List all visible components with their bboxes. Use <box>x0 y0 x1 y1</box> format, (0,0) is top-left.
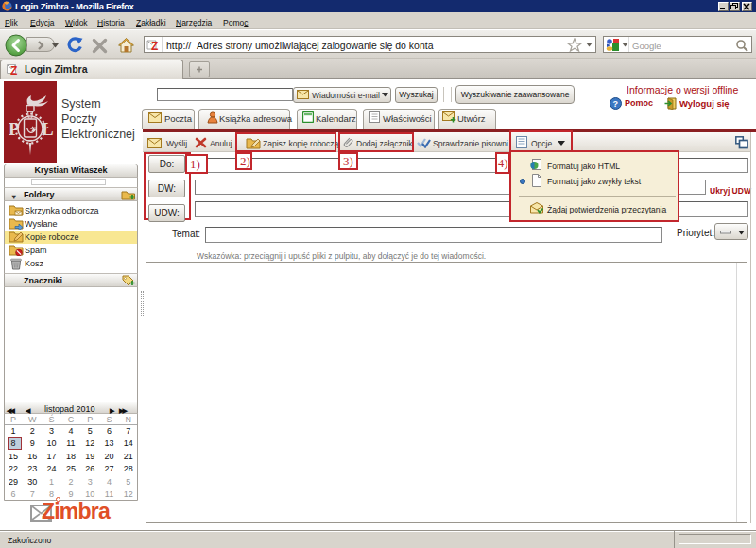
svg-text:P: P <box>9 119 20 139</box>
svg-text:Ł: Ł <box>42 119 54 139</box>
svg-text:Z: Z <box>151 40 158 51</box>
svg-text:?: ? <box>613 99 619 109</box>
svg-text:Z: Z <box>10 64 17 76</box>
